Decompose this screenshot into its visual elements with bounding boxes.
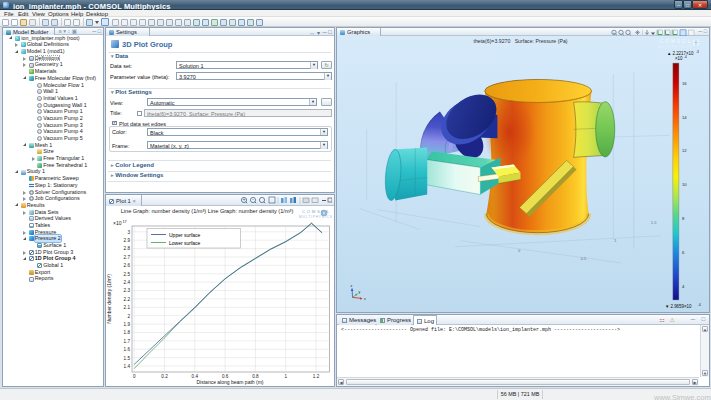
svg-text:z: z: [351, 284, 353, 288]
svg-text:2.1: 2.1: [124, 305, 131, 310]
svg-text:▼ 2.9659×10: ▼ 2.9659×10: [665, 304, 692, 309]
svg-text:2.5: 2.5: [124, 272, 131, 277]
svg-text:2.4: 2.4: [124, 280, 131, 285]
svg-text:x: x: [364, 297, 366, 301]
svg-text:M U L T I P H Y S I C S: M U L T I P H Y S I C S: [658, 45, 691, 49]
svg-text:0: 0: [133, 374, 136, 379]
svg-text:1.5: 1.5: [124, 356, 131, 361]
svg-text:Distance along beam path (m): Distance along beam path (m): [197, 379, 264, 385]
svg-text:Lower surface: Lower surface: [169, 240, 201, 246]
svg-text:0.5: 0.5: [581, 256, 587, 261]
svg-text:1.8: 1.8: [124, 330, 131, 335]
svg-text:0.2: 0.2: [161, 374, 168, 379]
svg-text:14: 14: [682, 115, 687, 120]
svg-text:C O M S O L: C O M S O L: [660, 39, 691, 44]
svg-text:-4: -4: [684, 55, 687, 59]
svg-text:3: 3: [127, 230, 130, 235]
svg-text:17: 17: [123, 220, 127, 224]
svg-text:2.6: 2.6: [124, 263, 131, 268]
svg-text:M U L T I P H Y S I C S: M U L T I P H Y S I C S: [299, 215, 332, 219]
svg-text:2.9: 2.9: [124, 238, 131, 243]
svg-text:2: 2: [127, 314, 130, 319]
svg-text:10: 10: [682, 182, 687, 187]
svg-text:+: +: [243, 197, 246, 202]
svg-text:Number density (1/m³): Number density (1/m³): [106, 274, 112, 324]
svg-text:×10: ×10: [113, 220, 122, 226]
svg-text:0.8: 0.8: [252, 374, 259, 379]
svg-text:-: -: [252, 197, 254, 202]
svg-text:1.9: 1.9: [124, 322, 131, 327]
svg-text:2.8: 2.8: [124, 246, 131, 251]
svg-text:0.4: 0.4: [192, 374, 199, 379]
svg-text:-3: -3: [696, 50, 699, 54]
svg-text:1.4: 1.4: [124, 364, 131, 369]
svg-text:1: 1: [284, 374, 287, 379]
svg-text:y: y: [359, 290, 361, 294]
svg-text:Upper surface: Upper surface: [169, 232, 201, 238]
svg-text:16: 16: [682, 81, 687, 86]
svg-text:1.2: 1.2: [313, 374, 320, 379]
svg-text:2.3: 2.3: [124, 288, 131, 293]
svg-text:2.7: 2.7: [124, 255, 131, 260]
svg-text:12: 12: [682, 148, 687, 153]
svg-text:1.6: 1.6: [124, 347, 131, 352]
svg-text:0.6: 0.6: [222, 374, 229, 379]
svg-text:-4: -4: [698, 303, 701, 307]
svg-text:theta(6)=3.9270 Surface: Pre: theta(6)=3.9270 Surface: Pressure (Pa): [473, 38, 567, 44]
svg-text:2.2: 2.2: [124, 297, 131, 302]
svg-text:Line Graph: number density (1/: Line Graph: number density (1/m³) Line G…: [121, 208, 294, 214]
svg-text:×10: ×10: [675, 56, 683, 61]
svg-text:1.7: 1.7: [124, 339, 131, 344]
svg-text:1.5: 1.5: [651, 220, 657, 225]
